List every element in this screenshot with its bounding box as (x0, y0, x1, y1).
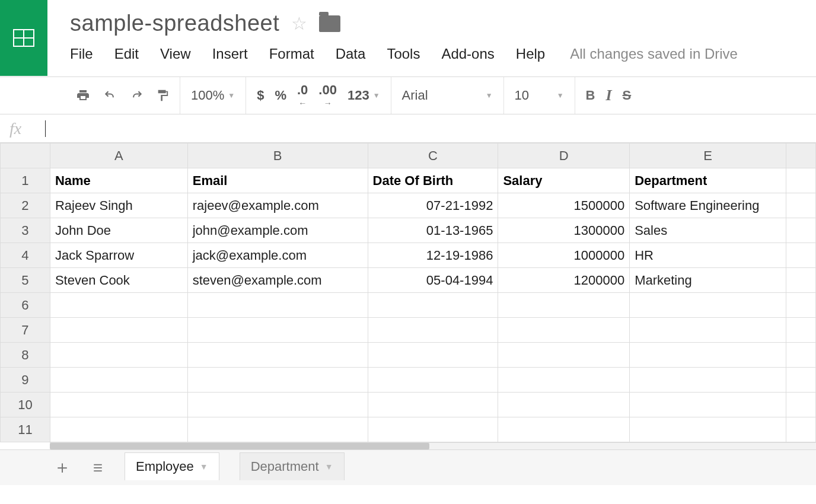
cell[interactable] (498, 318, 630, 343)
cell[interactable] (187, 368, 368, 393)
increase-decimal-button[interactable]: .00 → (318, 84, 337, 107)
cell[interactable] (50, 417, 187, 442)
cell[interactable] (368, 343, 498, 368)
cell[interactable] (368, 417, 498, 442)
cell[interactable]: Jack Sparrow (50, 243, 187, 268)
cell[interactable] (786, 368, 816, 393)
cell[interactable] (786, 243, 816, 268)
menu-addons[interactable]: Add-ons (441, 46, 494, 62)
cell[interactable] (368, 293, 498, 318)
all-sheets-menu-icon[interactable] (91, 462, 104, 473)
cell[interactable] (368, 318, 498, 343)
select-all-corner[interactable] (1, 143, 50, 168)
cell[interactable]: 1500000 (498, 193, 630, 218)
undo-icon[interactable] (101, 90, 118, 101)
cell[interactable]: Steven Cook (50, 268, 187, 293)
row-header[interactable]: 7 (1, 318, 50, 343)
zoom-dropdown[interactable]: 100% ▼ (191, 88, 235, 103)
cell[interactable] (498, 293, 630, 318)
cell[interactable]: 1200000 (498, 268, 630, 293)
cell[interactable] (50, 343, 187, 368)
cell[interactable] (630, 343, 786, 368)
document-title[interactable]: sample-spreadsheet (70, 11, 279, 36)
cell[interactable] (630, 393, 786, 417)
cell[interactable] (50, 293, 187, 318)
cell[interactable]: Email (187, 168, 368, 193)
menu-edit[interactable]: Edit (114, 46, 139, 62)
menu-data[interactable]: Data (336, 46, 366, 62)
cell[interactable]: Software Engineering (630, 193, 786, 218)
cell[interactable] (187, 293, 368, 318)
cell[interactable] (498, 417, 630, 442)
decrease-decimal-button[interactable]: .0 ← (297, 84, 308, 107)
cell[interactable]: steven@example.com (187, 268, 368, 293)
cell[interactable]: 1000000 (498, 243, 630, 268)
sheet-tab-department[interactable]: Department ▼ (240, 452, 345, 480)
cell[interactable] (786, 193, 816, 218)
number-format-dropdown[interactable]: 123 ▼ (348, 88, 380, 103)
column-header-D[interactable]: D (498, 143, 630, 168)
cell[interactable] (630, 368, 786, 393)
cell[interactable] (786, 218, 816, 243)
column-header-extra[interactable] (786, 143, 816, 168)
bold-button[interactable]: B (586, 88, 595, 103)
row-header[interactable]: 6 (1, 293, 50, 318)
cell[interactable]: john@example.com (187, 218, 368, 243)
cell[interactable]: Sales (630, 218, 786, 243)
column-header-C[interactable]: C (368, 143, 498, 168)
cell[interactable] (786, 343, 816, 368)
row-header[interactable]: 1 (1, 168, 50, 193)
cell[interactable]: Date Of Birth (368, 168, 498, 193)
cell[interactable]: 05-04-1994 (368, 268, 498, 293)
cell[interactable] (630, 417, 786, 442)
italic-button[interactable]: I (605, 87, 611, 104)
format-currency-button[interactable]: $ (257, 88, 264, 103)
cell[interactable]: HR (630, 243, 786, 268)
cell[interactable] (187, 417, 368, 442)
column-header-B[interactable]: B (187, 143, 368, 168)
cell[interactable] (786, 293, 816, 318)
column-header-A[interactable]: A (50, 143, 187, 168)
menu-view[interactable]: View (160, 46, 191, 62)
row-header[interactable]: 2 (1, 193, 50, 218)
formula-bar[interactable]: fx (0, 114, 816, 143)
row-header[interactable]: 4 (1, 243, 50, 268)
cell[interactable] (50, 318, 187, 343)
strikethrough-button[interactable]: S (623, 88, 632, 103)
row-header[interactable]: 10 (1, 393, 50, 417)
cell[interactable] (786, 168, 816, 193)
cell[interactable]: Marketing (630, 268, 786, 293)
cell[interactable] (786, 268, 816, 293)
menu-format[interactable]: Format (269, 46, 314, 62)
cell[interactable]: rajeev@example.com (187, 193, 368, 218)
cell[interactable] (498, 393, 630, 417)
font-size-dropdown[interactable]: 10 ▼ (515, 88, 564, 103)
sheet-tab-employee[interactable]: Employee ▼ (125, 452, 219, 480)
star-icon[interactable]: ☆ (291, 13, 307, 34)
row-header[interactable]: 11 (1, 417, 50, 442)
menu-tools[interactable]: Tools (387, 46, 420, 62)
row-header[interactable]: 9 (1, 368, 50, 393)
print-icon[interactable] (75, 88, 91, 103)
cell[interactable] (786, 393, 816, 417)
cell[interactable]: Rajeev Singh (50, 193, 187, 218)
cell[interactable] (786, 417, 816, 442)
menu-help[interactable]: Help (516, 46, 545, 62)
cell[interactable]: 07-21-1992 (368, 193, 498, 218)
column-header-E[interactable]: E (630, 143, 786, 168)
row-header[interactable]: 8 (1, 343, 50, 368)
cell[interactable] (50, 393, 187, 417)
cell[interactable] (498, 368, 630, 393)
cell[interactable]: Salary (498, 168, 630, 193)
cell[interactable] (187, 343, 368, 368)
cell[interactable]: jack@example.com (187, 243, 368, 268)
cell[interactable] (630, 293, 786, 318)
cell[interactable] (368, 368, 498, 393)
row-header[interactable]: 3 (1, 218, 50, 243)
menu-insert[interactable]: Insert (212, 46, 248, 62)
spreadsheet-grid[interactable]: A B C D E 1NameEmailDate Of BirthSalaryD… (0, 143, 816, 442)
cell[interactable] (50, 368, 187, 393)
redo-icon[interactable] (129, 90, 145, 101)
scrollbar-thumb[interactable] (50, 443, 429, 449)
menu-file[interactable]: File (70, 46, 93, 62)
